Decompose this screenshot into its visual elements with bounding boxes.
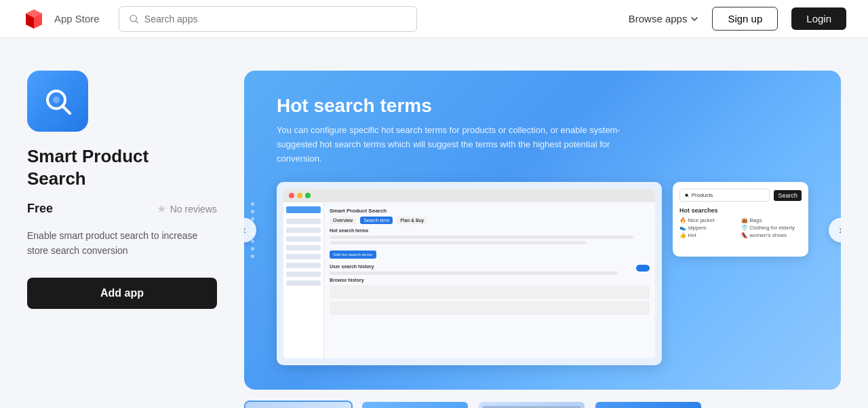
reviews-label: No reviews	[170, 204, 217, 215]
hot-search-grid: 🔥 Nice jacket 👜 Bags 👟 slippers 👕 Clothi…	[679, 217, 802, 238]
carousel-main-image: Smart Product Search Overview Search ter…	[277, 182, 662, 365]
hot-searches-title: Hot searches	[679, 207, 802, 214]
search-magnify-icon	[41, 85, 74, 117]
main-content: Smart Product Search Free ★ No reviews E…	[0, 38, 868, 408]
search-icon	[129, 14, 139, 24]
price-label: Free	[27, 202, 53, 216]
svg-line-4	[62, 106, 70, 113]
svg-line-7	[688, 196, 689, 198]
carousel-main: Hot search terms You can configure speci…	[244, 71, 841, 390]
header: App Store Browse apps Sign up Login	[0, 0, 868, 38]
carousel-next-button[interactable]: ›	[829, 218, 841, 242]
svg-line-2	[136, 20, 138, 22]
browse-apps-button[interactable]: Browse apps	[629, 13, 699, 24]
add-app-button[interactable]: Add app	[27, 278, 217, 309]
search-bar[interactable]	[119, 6, 417, 32]
signup-button[interactable]: Sign up	[712, 7, 778, 31]
thumbnail-2[interactable]: Custom Sorting & Filtering	[361, 401, 469, 408]
app-description: Enable smart product search to increase …	[27, 228, 217, 259]
app-store-label: App Store	[54, 13, 100, 24]
carousel-images: Smart Product Search Overview Search ter…	[277, 182, 808, 365]
reviews-area: ★ No reviews	[157, 202, 217, 215]
thumbnail-4[interactable]: Smart Product Search + more	[594, 401, 703, 408]
header-right: Browse apps Sign up Login	[629, 7, 846, 31]
app-name: Smart Product Search	[27, 145, 217, 189]
thumbnail-1[interactable]: Hot search terms	[244, 401, 353, 408]
thumbnail-strip: Hot search terms Custom Sorting & Filter…	[244, 401, 841, 408]
app-icon	[27, 71, 88, 132]
carousel-side-image: Products Search Hot searches 🔥 Nice jack…	[673, 182, 808, 257]
logo-area: App Store	[22, 7, 100, 31]
left-panel: Smart Product Search Free ★ No reviews E…	[27, 71, 244, 408]
carousel-description: You can configure specific hot search te…	[277, 124, 656, 166]
thumbnail-3[interactable]	[477, 401, 586, 408]
carousel-title: Hot search terms	[277, 95, 808, 117]
login-button[interactable]: Login	[791, 7, 846, 30]
right-panel: Hot search terms You can configure speci…	[244, 71, 841, 408]
svg-point-5	[53, 96, 60, 103]
chevron-down-icon	[690, 15, 698, 23]
search-input[interactable]	[144, 14, 407, 24]
meta-row: Free ★ No reviews	[27, 202, 217, 216]
star-icon: ★	[157, 202, 166, 215]
shoplazza-logo	[22, 7, 46, 31]
svg-point-6	[686, 193, 688, 196]
carousel-prev-button[interactable]: ‹	[244, 218, 256, 242]
